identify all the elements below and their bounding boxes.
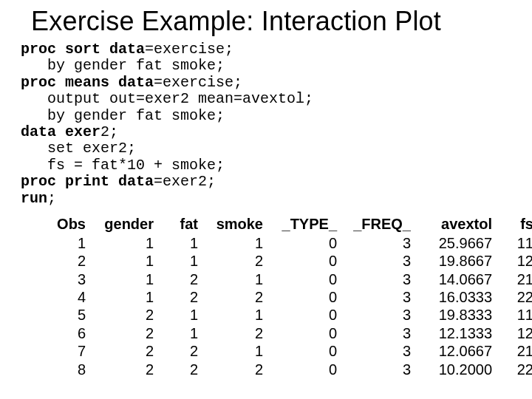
col-header-fat: fat bbox=[161, 216, 205, 234]
cell-gender: 2 bbox=[93, 306, 161, 324]
slide: Exercise Example: Interaction Plot proc … bbox=[0, 0, 532, 399]
code-kw: proc means data bbox=[21, 74, 154, 91]
cell-fs: 11 bbox=[499, 234, 532, 252]
cell-avextol: 12.0667 bbox=[418, 342, 499, 360]
cell-smoke: 2 bbox=[205, 288, 270, 306]
sas-code-block: proc sort data=exercise; by gender fat s… bbox=[21, 41, 511, 207]
cell-fat: 1 bbox=[161, 306, 205, 324]
cell-fat: 2 bbox=[161, 342, 205, 360]
code-text: =exercise; bbox=[145, 41, 233, 58]
code-text: by gender fat smoke; bbox=[21, 107, 225, 124]
cell-gender: 2 bbox=[93, 342, 161, 360]
cell-gender: 1 bbox=[93, 234, 161, 252]
cell-freq: 3 bbox=[344, 324, 418, 342]
cell-freq: 3 bbox=[344, 252, 418, 270]
cell-freq: 3 bbox=[344, 270, 418, 288]
cell-freq: 3 bbox=[344, 361, 418, 378]
cell-obs: 3 bbox=[46, 270, 93, 288]
cell-smoke: 1 bbox=[205, 270, 270, 288]
cell-fs: 22 bbox=[499, 288, 532, 306]
code-kw: data exer bbox=[21, 123, 100, 140]
code-text: =exercise; bbox=[154, 74, 242, 91]
cell-fat: 2 bbox=[161, 361, 205, 378]
table-header-row: Obs gender fat smoke _TYPE_ _FREQ_ avext… bbox=[46, 216, 532, 234]
table-row: 21120319.866712 bbox=[46, 252, 532, 270]
cell-freq: 3 bbox=[344, 288, 418, 306]
output-table-wrap: Obs gender fat smoke _TYPE_ _FREQ_ avext… bbox=[46, 216, 511, 378]
cell-obs: 1 bbox=[46, 234, 93, 252]
code-text: =exer2; bbox=[154, 173, 216, 190]
cell-obs: 2 bbox=[46, 252, 93, 270]
code-text: set exer2; bbox=[21, 140, 136, 157]
col-header-avextol: avextol bbox=[418, 216, 499, 234]
code-kw: proc print data bbox=[21, 173, 154, 190]
cell-avextol: 19.8333 bbox=[418, 306, 499, 324]
cell-gender: 1 bbox=[93, 252, 161, 270]
cell-fs: 11 bbox=[499, 306, 532, 324]
cell-fs: 12 bbox=[499, 252, 532, 270]
col-header-freq: _FREQ_ bbox=[344, 216, 418, 234]
code-text: by gender fat smoke; bbox=[21, 57, 225, 74]
table-row: 52110319.833311 bbox=[46, 306, 532, 324]
cell-obs: 6 bbox=[46, 324, 93, 342]
cell-fat: 2 bbox=[161, 288, 205, 306]
cell-gender: 1 bbox=[93, 270, 161, 288]
cell-type: 0 bbox=[270, 342, 344, 360]
cell-freq: 3 bbox=[344, 306, 418, 324]
cell-fat: 1 bbox=[161, 234, 205, 252]
cell-fs: 21 bbox=[499, 270, 532, 288]
table-row: 62120312.133312 bbox=[46, 324, 532, 342]
cell-smoke: 1 bbox=[205, 234, 270, 252]
code-text: fs = fat* bbox=[21, 157, 127, 174]
cell-avextol: 10.2000 bbox=[418, 361, 499, 378]
code-kw: proc sort data bbox=[21, 41, 145, 58]
output-table: Obs gender fat smoke _TYPE_ _FREQ_ avext… bbox=[46, 216, 532, 378]
cell-fat: 1 bbox=[161, 324, 205, 342]
table-body: 11110325.96671121120319.86671231210314.0… bbox=[46, 234, 532, 378]
cell-type: 0 bbox=[270, 288, 344, 306]
cell-freq: 3 bbox=[344, 234, 418, 252]
cell-avextol: 12.1333 bbox=[418, 324, 499, 342]
cell-obs: 5 bbox=[46, 306, 93, 324]
cell-obs: 7 bbox=[46, 342, 93, 360]
cell-type: 0 bbox=[270, 324, 344, 342]
cell-smoke: 2 bbox=[205, 361, 270, 378]
cell-fs: 22 bbox=[499, 361, 532, 378]
col-header-smoke: smoke bbox=[205, 216, 270, 234]
cell-type: 0 bbox=[270, 234, 344, 252]
cell-type: 0 bbox=[270, 252, 344, 270]
table-head: Obs gender fat smoke _TYPE_ _FREQ_ avext… bbox=[46, 216, 532, 234]
cell-avextol: 25.9667 bbox=[418, 234, 499, 252]
cell-type: 0 bbox=[270, 306, 344, 324]
cell-fat: 1 bbox=[161, 252, 205, 270]
cell-smoke: 2 bbox=[205, 324, 270, 342]
cell-fs: 12 bbox=[499, 324, 532, 342]
cell-fat: 2 bbox=[161, 270, 205, 288]
cell-smoke: 2 bbox=[205, 252, 270, 270]
cell-fs: 21 bbox=[499, 342, 532, 360]
col-header-type: _TYPE_ bbox=[270, 216, 344, 234]
cell-avextol: 14.0667 bbox=[418, 270, 499, 288]
cell-obs: 8 bbox=[46, 361, 93, 378]
code-text: ; bbox=[47, 190, 56, 207]
table-row: 11110325.966711 bbox=[46, 234, 532, 252]
col-header-gender: gender bbox=[93, 216, 161, 234]
code-text: + smoke; bbox=[145, 157, 225, 174]
cell-obs: 4 bbox=[46, 288, 93, 306]
table-row: 72210312.066721 bbox=[46, 342, 532, 360]
cell-freq: 3 bbox=[344, 342, 418, 360]
table-row: 41220316.033322 bbox=[46, 288, 532, 306]
code-kw: run bbox=[21, 190, 47, 207]
table-row: 82220310.200022 bbox=[46, 361, 532, 378]
code-text: 10 bbox=[127, 157, 145, 174]
page-title: Exercise Example: Interaction Plot bbox=[31, 6, 511, 37]
table-row: 31210314.066721 bbox=[46, 270, 532, 288]
cell-gender: 1 bbox=[93, 288, 161, 306]
cell-smoke: 1 bbox=[205, 306, 270, 324]
cell-type: 0 bbox=[270, 361, 344, 378]
col-header-fs: fs bbox=[499, 216, 532, 234]
cell-avextol: 16.0333 bbox=[418, 288, 499, 306]
cell-type: 0 bbox=[270, 270, 344, 288]
cell-smoke: 1 bbox=[205, 342, 270, 360]
cell-avextol: 19.8667 bbox=[418, 252, 499, 270]
